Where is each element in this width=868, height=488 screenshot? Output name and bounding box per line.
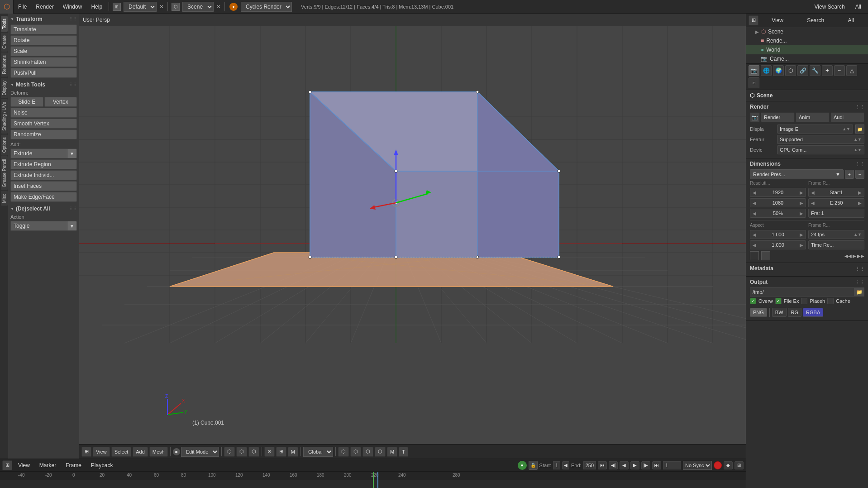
slide-e-button[interactable]: Slide E [10, 97, 43, 107]
workspace-selector[interactable]: Default [124, 2, 157, 12]
time-remapping-value[interactable]: Time Re... [808, 240, 864, 249]
frame-current-value[interactable]: Fra: 1 [808, 209, 864, 218]
tab-options[interactable]: Options [1, 134, 8, 155]
material-btn[interactable]: M [387, 447, 397, 457]
fps-value[interactable]: 24 fps ▲▼ [808, 230, 864, 239]
vp-mesh-menu[interactable]: Mesh [149, 447, 168, 457]
outliner-world[interactable]: ● World [746, 45, 868, 54]
rp-all-btn[interactable]: All [848, 17, 854, 24]
viewport-3d[interactable]: X Y Z (1) Cube.001 [79, 26, 746, 444]
scale-button[interactable]: Scale [10, 46, 77, 56]
preset-add-btn[interactable]: + [845, 170, 854, 179]
xray-btn[interactable]: ⬡ [375, 447, 386, 457]
end-frame-field[interactable]: 250 [583, 461, 596, 469]
rp-search-btn[interactable]: Search [807, 17, 824, 24]
viewport[interactable]: User Persp [79, 14, 746, 459]
timeline-lock-btn[interactable]: 🔒 [529, 461, 538, 470]
render-engine-selector[interactable]: Cycles Render [241, 2, 292, 12]
rp-layout-btn[interactable]: ⊞ [749, 15, 758, 25]
mesh-tools-section-header[interactable]: ▼ Mesh Tools ⋮⋮ [10, 81, 77, 88]
smooth-vertex-button[interactable]: Smooth Vertex [10, 119, 77, 129]
tab-data[interactable]: △ [846, 65, 857, 76]
placeholders-checkbox[interactable] [801, 298, 807, 304]
next-keyframe-btn[interactable]: |▶ [641, 461, 650, 469]
tab-physics[interactable]: ~ [834, 65, 845, 76]
top-all[interactable]: All [851, 0, 866, 14]
play-btn[interactable]: ▶ [853, 254, 856, 258]
menu-file[interactable]: File [14, 0, 31, 14]
scene-selector[interactable]: Scene [182, 2, 214, 12]
aspect-x-value[interactable]: ◀ 1.000 ▶ [750, 230, 806, 239]
randomize-button[interactable]: Randomize [10, 129, 77, 139]
menu-help[interactable]: Help [86, 0, 107, 14]
frame-end-value[interactable]: ◀ E:250 ▶ [808, 198, 864, 207]
start-frame-field[interactable]: 1 [553, 461, 560, 469]
output-path-browse-btn[interactable]: 📁 [854, 287, 864, 297]
proportional-btn[interactable]: ⊙ [264, 447, 275, 457]
next-frame-btn[interactable]: ▶▶ [857, 254, 864, 258]
viewport-shading-btn[interactable]: ⬡ [350, 447, 361, 457]
mesh-tools-options[interactable]: ⋮⋮ [69, 82, 77, 87]
timeline-view-menu[interactable]: View [14, 459, 33, 472]
audio-btn[interactable]: Audi [830, 112, 864, 122]
section-options[interactable]: ⋮⋮ [69, 17, 77, 21]
render-tab-render[interactable]: 📷 [750, 112, 760, 122]
outliner-camera[interactable]: 📷 Came... [746, 54, 868, 63]
deselect-options[interactable]: ⋮⋮ [69, 206, 77, 211]
tab-relations[interactable]: Relations [1, 53, 8, 77]
render-btn[interactable]: Render [761, 112, 795, 122]
noise-button[interactable]: Noise [10, 108, 77, 118]
res-x-value[interactable]: ◀ 1920 ▶ [750, 188, 806, 197]
shrink-fatten-button[interactable]: Shrink/Fatten [10, 57, 77, 67]
face-select-btn[interactable]: ⬡ [248, 447, 259, 457]
display-value[interactable]: Image E ▲▼ [777, 124, 853, 134]
deselect-section-header[interactable]: ▼ (De)select All ⋮⋮ [10, 206, 77, 212]
metadata-header[interactable]: Metadata ⋮⋮ [750, 265, 864, 272]
metadata-options[interactable]: ⋮⋮ [855, 266, 864, 271]
play-forward-btn[interactable]: ▶ [630, 461, 639, 469]
keyframe-btn[interactable]: ◆ [724, 461, 733, 469]
tab-misc[interactable]: Misc [1, 191, 8, 206]
vert-select-btn[interactable]: ⬡ [224, 447, 235, 457]
prev-frame-btn[interactable]: ◀◀ [844, 254, 852, 258]
mode-selector[interactable]: Edit Mode [181, 447, 219, 457]
menu-window[interactable]: Window [58, 0, 87, 14]
prev-keyframe-btn[interactable]: ◀| [609, 461, 618, 469]
current-frame-field[interactable]: 1 [663, 461, 681, 469]
extrude-region-button[interactable]: Extrude Region [10, 159, 77, 169]
extrude-dropdown[interactable]: ▼ [67, 148, 77, 158]
close-scene-btn[interactable]: ✕ [216, 4, 221, 10]
tab-object[interactable]: ⬡ [785, 65, 796, 76]
anim-btn[interactable]: Anim [796, 112, 830, 122]
texture-btn[interactable]: T [399, 447, 408, 457]
overlay-btn[interactable]: ⬡ [362, 447, 373, 457]
tab-particles[interactable]: ✦ [822, 65, 833, 76]
preset-remove-btn[interactable]: − [855, 170, 864, 179]
push-pull-button[interactable]: Push/Pull [10, 68, 77, 78]
timeline-playback-menu[interactable]: Playback [87, 459, 117, 472]
format-png-btn[interactable]: PNG [750, 308, 767, 317]
record-btn[interactable] [714, 461, 722, 469]
toggle-dropdown[interactable]: ▼ [67, 221, 77, 231]
timeline-body[interactable]: -40 -20 0 20 40 60 80 100 120 140 160 18… [0, 472, 746, 488]
outliner-render[interactable]: ■ Rende... [746, 36, 868, 45]
render-section-options[interactable]: ⋮⋮ [855, 105, 864, 110]
output-path-field[interactable]: /tmp/ [750, 287, 854, 297]
tab-grease-pencil[interactable]: Grease Pencil [1, 156, 8, 190]
tab-shading[interactable]: Shading / UVs [1, 99, 8, 134]
timeline-play-sync-btn[interactable]: ● [518, 461, 527, 470]
display-options-btn[interactable]: 📁 [855, 124, 864, 134]
frame-start-value[interactable]: ◀ Star:1 ▶ [808, 188, 864, 197]
jump-start-btn[interactable]: ⏮ [598, 461, 607, 469]
mirror-btn[interactable]: M [288, 447, 298, 457]
output-header[interactable]: Output ⋮⋮ [750, 279, 864, 285]
dimensions-header[interactable]: Dimensions ⋮⋮ [750, 161, 864, 167]
output-options[interactable]: ⋮⋮ [855, 280, 864, 285]
tab-display[interactable]: Display [1, 78, 8, 98]
tab-tools[interactable]: Tools [1, 16, 8, 32]
overwrite-checkbox[interactable]: ✓ [750, 298, 756, 304]
format-rg-btn[interactable]: RG [788, 308, 802, 317]
vertex-button[interactable]: Vertex [44, 97, 77, 107]
tab-material[interactable]: ○ [749, 77, 759, 88]
tab-scene[interactable]: 🌐 [761, 65, 772, 76]
